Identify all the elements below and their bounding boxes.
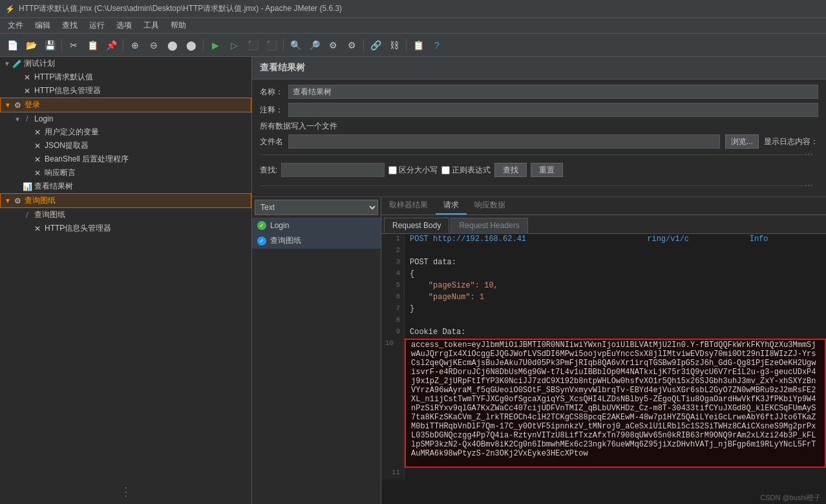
tree-node-results-tree[interactable]: 📊 查看结果树 <box>0 180 251 193</box>
tree-toggle-login-group[interactable]: ▼ <box>3 101 12 109</box>
tree-node-assertion[interactable]: ✕ 响应断言 <box>0 166 251 180</box>
reset-button[interactable]: 重置 <box>531 163 563 177</box>
toolbar-scissors-btn[interactable]: 🔗 <box>367 37 384 54</box>
line-num-6: 6 <box>381 292 405 304</box>
toolbar-stop-now-btn[interactable]: ⬛ <box>263 37 280 54</box>
tree-node-http-default[interactable]: ✕ HTTP请求默认值 <box>0 70 251 84</box>
toolbar-sep4 <box>283 39 284 52</box>
tree-toggle-test-plan[interactable]: ▼ <box>3 60 12 67</box>
line-num-2: 2 <box>381 246 405 257</box>
toolbar-stop-btn[interactable]: ⬛ <box>244 37 261 54</box>
toolbar-help-btn[interactable]: ? <box>429 37 445 54</box>
name-row: 名称： <box>260 85 818 99</box>
tree-node-test-plan[interactable]: ▼ 🧪 测试计划 <box>0 57 251 70</box>
toolbar-settings-btn[interactable]: ⚙ <box>324 37 341 54</box>
tab-sampler-results[interactable]: 取样器结果 <box>381 197 436 215</box>
toolbar-list-btn[interactable]: 📋 <box>410 37 427 54</box>
line-num-3: 3 <box>381 257 405 269</box>
comment-label: 注释： <box>260 105 283 116</box>
tree-icon-http-default: ✕ <box>22 72 32 83</box>
regex-checkbox[interactable] <box>441 166 450 174</box>
divider2 <box>260 185 805 186</box>
tree-toggle-query-group[interactable]: ▼ <box>3 197 12 204</box>
tree-node-user-vars[interactable]: ✕ 用户定义的变量 <box>0 125 251 139</box>
file-name-input[interactable] <box>288 134 720 149</box>
menu-options[interactable]: 选项 <box>111 19 137 32</box>
toolbar-search-btn[interactable]: 🔎 <box>306 37 323 54</box>
menu-file[interactable]: 文件 <box>3 19 28 32</box>
app-icon: ⚡ <box>5 5 15 14</box>
left-panel-drag[interactable]: ⋮ <box>0 479 251 504</box>
find-button[interactable]: 查找 <box>494 163 527 177</box>
tree-icon-login: / <box>22 114 32 124</box>
menu-find[interactable]: 查找 <box>57 19 83 32</box>
toolbar-sep1 <box>61 39 62 52</box>
sampler-item-login[interactable]: Login <box>252 218 381 233</box>
line-content-2 <box>405 246 826 257</box>
toolbar-circle2-btn[interactable]: ⬤ <box>183 37 200 54</box>
tree-toggle-login[interactable]: ▼ <box>13 116 22 123</box>
tree-node-login-group[interactable]: ▼ ⚙ 登录 <box>0 98 251 112</box>
tree-node-json-extractor[interactable]: ✕ JSON提取器 <box>0 139 251 152</box>
line-num-8: 8 <box>381 315 405 327</box>
tree-node-beanshell[interactable]: ✕ BeanShell 后置处理程序 <box>0 152 251 166</box>
sub-tab-request-body[interactable]: Request Body <box>384 218 449 233</box>
tree-icon-beanshell: ✕ <box>32 154 43 165</box>
toolbar-save-btn[interactable]: 💾 <box>41 37 58 54</box>
name-input[interactable] <box>288 85 818 99</box>
text-select-dropdown[interactable]: Text HTML JSON XML RegExp Tester <box>255 200 378 215</box>
toolbar-link-btn[interactable]: ⛓ <box>386 37 403 54</box>
code-area[interactable]: 1 POST http://192.168.62.41 ring/v1/c In… <box>381 234 826 504</box>
code-line-3: 3 POST data: <box>381 257 826 269</box>
tree-icon-login-group: ⚙ <box>12 100 23 110</box>
code-line-6: 6 "pageNum": 1 <box>381 292 826 304</box>
toolbar-start-btn[interactable]: ▶ <box>207 37 224 54</box>
menu-run[interactable]: 运行 <box>84 19 110 32</box>
tree-node-http-header[interactable]: ✕ HTTP信息头管理器 <box>0 84 251 98</box>
toolbar-new-btn[interactable]: 📄 <box>4 37 21 54</box>
tab-response-data[interactable]: 响应数据 <box>467 197 513 215</box>
toolbar-cut-btn[interactable]: ✂ <box>65 37 82 54</box>
tab-request[interactable]: 请求 <box>436 197 467 215</box>
tree-node-http-header2[interactable]: ✕ HTTP信息头管理器 <box>0 222 251 235</box>
watermark: CSDN @bushi橙子 <box>760 493 821 503</box>
tree-node-query-group[interactable]: ▼ ⚙ 查询图纸 <box>0 193 251 208</box>
tree-node-query-chart[interactable]: / 查询图纸 <box>0 208 251 222</box>
sampler-item-query[interactable]: 查询图纸 <box>252 233 381 249</box>
divider1 <box>260 154 805 155</box>
toolbar-paste-btn[interactable]: 📌 <box>103 37 120 54</box>
tree-label-query-group: 查询图纸 <box>25 195 56 206</box>
comment-input[interactable] <box>288 103 818 117</box>
results-title: 查看结果树 <box>260 62 305 72</box>
toolbar-settings2-btn[interactable]: ⚙ <box>343 37 360 54</box>
code-line-7: 7 } <box>381 304 826 315</box>
toolbar-sep3 <box>203 39 204 52</box>
sampler-label-login: Login <box>270 221 289 230</box>
toolbar-open-btn[interactable]: 📂 <box>23 37 39 54</box>
toolbar-circle-btn[interactable]: ⬤ <box>164 37 181 54</box>
sampler-list: Text HTML JSON XML RegExp Tester Login <box>252 197 381 504</box>
menu-edit[interactable]: 编辑 <box>30 19 56 32</box>
line-content-6: "pageNum": 1 <box>405 292 826 304</box>
tree-label-http-header: HTTP信息头管理器 <box>34 85 101 96</box>
text-selector: Text HTML JSON XML RegExp Tester <box>252 197 381 218</box>
toolbar-expand-btn[interactable]: ⊕ <box>127 37 143 54</box>
toolbar-start-no-stop-btn[interactable]: ▷ <box>226 37 242 54</box>
regex-label: 正则表达式 <box>452 165 491 176</box>
tree-label-http-default: HTTP请求默认值 <box>34 72 93 83</box>
sampler-label-query: 查询图纸 <box>270 235 301 246</box>
sub-tab-request-headers[interactable]: Request Headers <box>450 218 527 233</box>
toolbar-minus-btn[interactable]: ⊖ <box>145 37 162 54</box>
tree-node-login[interactable]: ▼ / Login <box>0 112 251 125</box>
browse-button[interactable]: 浏览... <box>725 134 759 149</box>
toolbar-copy-btn[interactable]: 📋 <box>84 37 101 54</box>
toolbar-magnify-btn[interactable]: 🔍 <box>287 37 304 54</box>
menu-tools[interactable]: 工具 <box>138 19 164 32</box>
menu-help[interactable]: 帮助 <box>165 19 191 32</box>
case-sensitive-checkbox[interactable] <box>388 166 397 174</box>
line-content-4: { <box>405 269 826 280</box>
case-sensitive-label: 区分大小写 <box>399 165 438 176</box>
toolbar-sep6 <box>406 39 407 52</box>
search-input[interactable] <box>281 163 385 177</box>
line-content-11 <box>405 468 826 479</box>
